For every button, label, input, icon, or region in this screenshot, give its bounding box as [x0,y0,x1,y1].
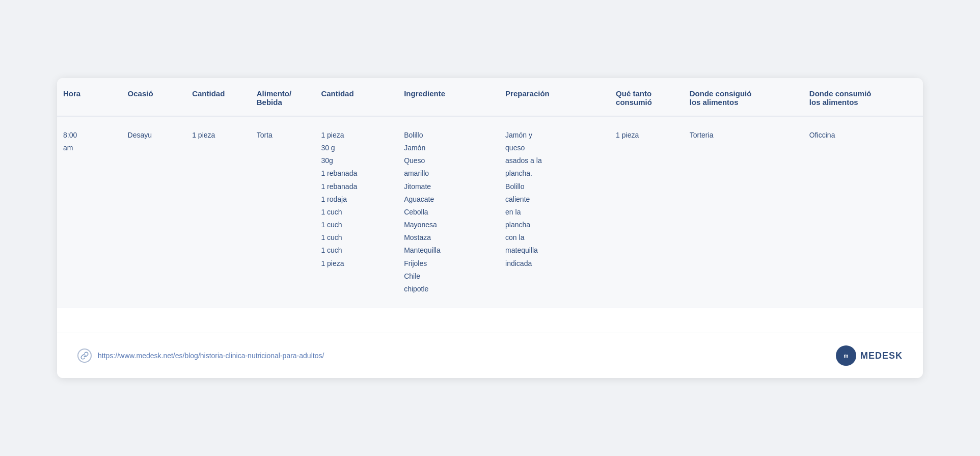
col-header-donde-consiguio: Donde consiguió los alimentos [684,78,803,116]
medesk-logo: m MEDESK [836,345,903,366]
table-header-row: Hora Ocasió Cantidad Alimento/ Bebida Ca… [57,78,923,116]
col-header-que-tanto: Qué tanto consumió [610,78,684,116]
cell-alimento: Torta [251,116,315,308]
main-card: Hora Ocasió Cantidad Alimento/ Bebida Ca… [57,78,923,378]
footer-link-area: https://www.medesk.net/es/blog/historia-… [77,348,324,363]
food-diary-table: Hora Ocasió Cantidad Alimento/ Bebida Ca… [57,78,923,333]
col-header-ingrediente: Ingrediente [398,78,499,116]
medesk-icon: m [836,345,856,366]
cell-cantidad2: 1 pieza 30 g 30g 1 rebanada 1 rebanada 1… [315,116,398,308]
col-header-alimento: Alimento/ Bebida [251,78,315,116]
cell-preparacion: Jamón y queso asados a la plancha. Bolil… [499,116,610,308]
medesk-brand-name: MEDESK [860,351,903,361]
cell-donde-consumio: Oficcina [803,116,923,308]
col-header-preparacion: Preparación [499,78,610,116]
link-icon [77,348,92,363]
footer: https://www.medesk.net/es/blog/historia-… [57,333,923,378]
footer-url: https://www.medesk.net/es/blog/historia-… [98,352,324,360]
col-header-cantidad2: Cantidad [315,78,398,116]
cell-que-tanto: 1 pieza [610,116,684,308]
table-row: 8:00 am Desayu 1 pieza Torta 1 pieza 30 … [57,116,923,308]
cell-ingrediente: Bolillo Jamón Queso amarillo Jitomate Ag… [398,116,499,308]
table-row-empty [57,308,923,333]
cell-hora: 8:00 am [57,116,122,308]
svg-text:m: m [843,353,848,359]
col-header-cantidad1: Cantidad [186,78,251,116]
col-header-hora: Hora [57,78,122,116]
cell-donde-consiguio: Torteria [684,116,803,308]
col-header-ocasio: Ocasió [122,78,186,116]
col-header-donde-consumio: Donde consumió los alimentos [803,78,923,116]
table-wrap: Hora Ocasió Cantidad Alimento/ Bebida Ca… [57,78,923,333]
cell-cantidad1: 1 pieza [186,116,251,308]
cell-ocasio: Desayu [122,116,186,308]
